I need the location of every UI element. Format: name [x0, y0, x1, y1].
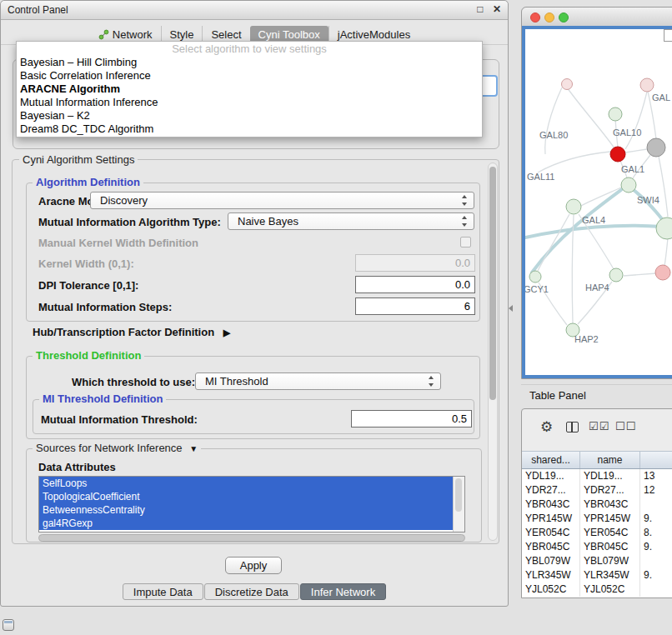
network-canvas[interactable]: GAL80 GAL10 GAL11 GAL1 SWI4 GAL4 GCY1 HA…: [522, 26, 672, 378]
table-row[interactable]: YBR043C YBR043C: [522, 498, 672, 512]
network-icon: [98, 29, 109, 40]
table-row[interactable]: YBR045C YBR045C 9.: [522, 540, 672, 554]
network-node[interactable]: [621, 178, 636, 192]
data-attributes-label: Data Attributes: [38, 461, 116, 473]
tab-discretize-data[interactable]: Discretize Data: [204, 583, 299, 600]
network-edge[interactable]: [545, 88, 562, 154]
threshold-definition-title: Threshold Definition: [33, 350, 144, 362]
scrollbar-thumb[interactable]: [455, 478, 462, 512]
table-row[interactable]: YPR145W YPR145W 9.: [522, 512, 672, 526]
columns-icon[interactable]: [566, 422, 579, 432]
network-edge[interactable]: [625, 92, 647, 149]
network-edge[interactable]: [538, 152, 610, 172]
control-panel-titlebar[interactable]: Control Panel □ ✕: [1, 1, 508, 20]
list-item-selected[interactable]: gal4RGexp: [39, 517, 454, 530]
network-node-pink[interactable]: [655, 265, 670, 280]
kernel-width-field[interactable]: [355, 254, 475, 272]
mi-steps-field[interactable]: [355, 298, 475, 315]
mi-algorithm-type-select[interactable]: Naive Bayes: [228, 212, 474, 230]
network-edge[interactable]: [525, 226, 662, 238]
dropdown-item-selected[interactable]: ARACNE Algorithm: [17, 82, 482, 96]
network-node-red[interactable]: [610, 147, 625, 162]
network-node[interactable]: [566, 199, 581, 214]
zoom-traffic-light-icon[interactable]: [559, 12, 569, 22]
network-edge[interactable]: [625, 149, 647, 152]
network-node[interactable]: [609, 268, 623, 282]
table-panel-title: Table Panel: [521, 384, 672, 406]
splitpane-collapse-handle[interactable]: [509, 305, 513, 312]
network-node-label: GAL4: [582, 215, 605, 225]
network-edge[interactable]: [624, 273, 656, 276]
mi-threshold-field[interactable]: [351, 410, 472, 428]
dropdown-item[interactable]: Dream8 DC_TDC Algorithm: [17, 122, 482, 136]
aracne-mode-value: Discovery: [100, 192, 148, 208]
hub-definition-toggle[interactable]: Hub/Transcription Factor Definition ▶: [33, 326, 230, 338]
show-checked-columns-icon[interactable]: ☑☑: [589, 420, 609, 432]
table-cell: YJL052C: [580, 582, 640, 597]
network-edge[interactable]: [664, 238, 668, 266]
table-cell: YDR27...: [522, 483, 580, 498]
minimize-traffic-light-icon[interactable]: [544, 12, 554, 22]
table-row[interactable]: YDL19... YDL19... 13: [522, 469, 672, 483]
window-buttons: □ ✕: [470, 3, 501, 15]
list-item-selected[interactable]: SelfLoops: [39, 477, 454, 490]
list-item-selected[interactable]: TopologicalCoefficient: [39, 490, 454, 503]
column-header[interactable]: name: [580, 452, 640, 468]
table-row[interactable]: YLR345W YLR345W 9.: [522, 568, 672, 582]
network-node-label: GAL1: [621, 164, 644, 174]
dropdown-item[interactable]: Mutual Information Inference: [17, 96, 482, 109]
sources-title: Sources for Network Inference: [36, 442, 183, 454]
table-row[interactable]: YER054C YER054C 8.: [522, 526, 672, 540]
network-edge[interactable]: [659, 157, 668, 217]
settings-vertical-scrollbar[interactable]: [488, 162, 498, 541]
network-view-window: GAL80 GAL10 GAL11 GAL1 SWI4 GAL4 GCY1 HA…: [521, 7, 672, 379]
table-cell: YER054C: [580, 526, 640, 540]
table-cell: YPR145W: [580, 512, 640, 526]
which-threshold-select[interactable]: MI Threshold: [195, 372, 441, 390]
dropdown-item[interactable]: Bayesian – K2: [17, 109, 482, 122]
combo-arrows-icon: [462, 195, 468, 206]
list-vertical-scrollbar[interactable]: [453, 477, 464, 532]
dpi-tolerance-field[interactable]: [355, 276, 475, 293]
list-item-selected[interactable]: BetweennessCentrality: [39, 503, 454, 517]
scrollbar-thumb[interactable]: [489, 167, 496, 400]
table-row[interactable]: YDR27... YDR27... 12: [522, 483, 672, 498]
network-node[interactable]: [562, 79, 573, 90]
table-cell: YBL079W: [522, 554, 580, 568]
manual-kernel-width-checkbox[interactable]: [460, 237, 471, 248]
network-edge[interactable]: [567, 88, 614, 148]
gear-icon[interactable]: ⚙: [540, 418, 553, 436]
network-node[interactable]: [640, 78, 654, 92]
network-edge[interactable]: [538, 214, 569, 271]
sources-toggle[interactable]: Sources for Network Inference ▼: [33, 442, 201, 455]
close-window-icon[interactable]: ✕: [493, 3, 501, 15]
float-window-icon[interactable]: □: [477, 3, 483, 15]
network-node-gray[interactable]: [647, 138, 665, 157]
network-window-titlebar[interactable]: [522, 8, 672, 27]
table-cell: 8.: [640, 526, 672, 540]
dropdown-item[interactable]: Basic Correlation Inference: [17, 69, 482, 82]
network-node[interactable]: [529, 271, 541, 282]
tab-infer-network[interactable]: Infer Network: [300, 583, 386, 600]
table-row[interactable]: YJL052C YJL052C: [522, 582, 672, 597]
dropdown-item[interactable]: Bayesian – Hill Climbing: [17, 56, 482, 69]
minimized-panel-icon[interactable]: [3, 619, 14, 631]
list-horizontal-scrollbar[interactable]: [38, 534, 465, 542]
network-node-label: GCY1: [525, 284, 549, 294]
tab-impute-data[interactable]: Impute Data: [123, 583, 203, 600]
hide-columns-icon[interactable]: ☐☐: [615, 420, 636, 432]
network-graph: GAL80 GAL10 GAL11 GAL1 SWI4 GAL4 GCY1 HA…: [525, 29, 672, 377]
chevron-right-icon: ▶: [223, 328, 230, 338]
network-edge[interactable]: [572, 215, 574, 323]
network-node[interactable]: [609, 108, 622, 121]
network-node[interactable]: [656, 218, 672, 239]
apply-button[interactable]: Apply: [225, 557, 282, 574]
close-traffic-light-icon[interactable]: [530, 12, 540, 22]
column-header[interactable]: shared...: [522, 452, 580, 468]
table-row[interactable]: YBL079W YBL079W: [522, 554, 672, 568]
column-header[interactable]: [640, 452, 672, 468]
aracne-mode-select[interactable]: Discovery: [90, 192, 474, 209]
table-cell: YBL079W: [580, 554, 640, 568]
table-header: shared... name: [522, 451, 672, 469]
mi-algorithm-type-value: Naive Bayes: [238, 213, 298, 229]
